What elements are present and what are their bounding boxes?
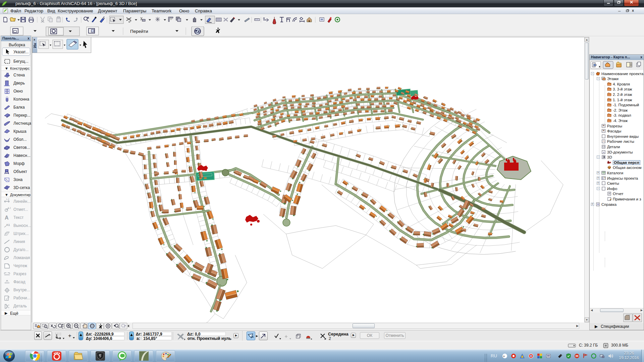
svg-text:1.2: 1.2 bbox=[6, 198, 9, 200]
svg-text:Перейти: Перейти bbox=[130, 29, 148, 34]
svg-text:A1: A1 bbox=[6, 223, 10, 227]
svg-text:a: a bbox=[503, 355, 505, 358]
svg-text:1.2: 1.2 bbox=[8, 207, 11, 209]
svg-text:A: A bbox=[5, 215, 9, 221]
